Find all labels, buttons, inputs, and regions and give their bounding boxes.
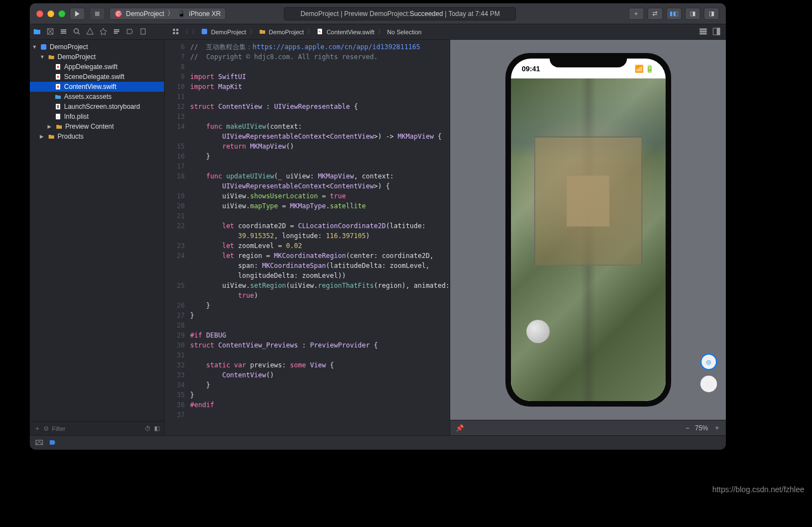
group-name: DemoProject bbox=[57, 53, 96, 61]
storyboard-icon bbox=[54, 103, 62, 110]
svg-rect-11 bbox=[176, 29, 178, 31]
toggle-navigator-button[interactable]: ▮◧ bbox=[666, 8, 682, 20]
add-editor-button[interactable]: ＋ bbox=[629, 8, 644, 20]
disclosure-triangle[interactable]: ▶ bbox=[40, 134, 45, 139]
folder-icon bbox=[259, 28, 266, 36]
project-navigator-tab[interactable] bbox=[33, 28, 41, 36]
satellite-map-view[interactable] bbox=[511, 78, 666, 401]
project-root[interactable]: ▼ DemoProject bbox=[30, 42, 164, 52]
svg-rect-17 bbox=[700, 31, 706, 32]
svg-rect-29 bbox=[57, 105, 59, 108]
debug-bar bbox=[30, 435, 726, 450]
svg-text:i: i bbox=[57, 115, 58, 119]
breakpoint-navigator-tab[interactable] bbox=[126, 28, 134, 36]
folder-icon bbox=[48, 133, 55, 140]
destination-name: iPhone XR bbox=[189, 10, 220, 18]
chevron-right-icon: 〉 bbox=[378, 28, 384, 36]
close-window-button[interactable] bbox=[36, 10, 43, 17]
folder-name: Products bbox=[57, 133, 83, 140]
related-items-icon[interactable] bbox=[172, 28, 179, 36]
jump-item-0[interactable]: DemoProject bbox=[211, 29, 246, 35]
forward-button[interactable]: 〉 bbox=[192, 28, 198, 36]
code-editor[interactable]: 67891011121314 15161718 19202122 2324 25… bbox=[165, 40, 450, 435]
status-time: Today at 7:44 PM bbox=[449, 10, 500, 18]
chevron-right-icon: 〉 bbox=[307, 28, 313, 36]
file-row[interactable]: i Info.plist bbox=[30, 112, 164, 122]
disclosure-triangle[interactable]: ▶ bbox=[48, 124, 53, 129]
run-button[interactable] bbox=[70, 8, 85, 20]
zoom-out-button[interactable]: − bbox=[686, 424, 689, 432]
svg-point-23 bbox=[57, 66, 59, 68]
device-screen[interactable]: 09:41 📶 🔋 bbox=[511, 59, 666, 401]
editor-options-icon[interactable] bbox=[699, 28, 707, 36]
issue-navigator-tab[interactable] bbox=[86, 28, 94, 36]
svg-rect-3 bbox=[61, 31, 66, 32]
source-control-navigator-tab[interactable] bbox=[46, 28, 54, 36]
activity-status[interactable]: DemoProject | Preview DemoProject: Succe… bbox=[284, 7, 516, 20]
toggle-console-button[interactable] bbox=[35, 439, 43, 447]
project-navigator: ▼ DemoProject ▼ DemoProject AppDelegate.… bbox=[30, 40, 165, 435]
project-icon bbox=[201, 28, 208, 36]
status-separator: | bbox=[443, 10, 449, 18]
toggle-debug-button[interactable]: ◨ bbox=[685, 8, 700, 20]
device-indicators: 📶 🔋 bbox=[635, 65, 655, 73]
symbol-navigator-tab[interactable] bbox=[60, 28, 67, 36]
file-row[interactable]: SceneDelegate.swift bbox=[30, 72, 164, 82]
device-notch bbox=[550, 53, 627, 67]
svg-rect-7 bbox=[114, 33, 118, 34]
file-row[interactable]: AppDelegate.swift bbox=[30, 62, 164, 72]
pin-preview-button[interactable]: 📌 bbox=[456, 424, 464, 432]
debug-navigator-tab[interactable] bbox=[113, 28, 120, 36]
folder-row[interactable]: ▶ Preview Content bbox=[30, 122, 164, 131]
jump-item-3[interactable]: No Selection bbox=[387, 29, 421, 35]
zoom-window-button[interactable] bbox=[59, 10, 65, 17]
recent-filter-icon[interactable]: ⏱ bbox=[145, 425, 151, 432]
folder-row[interactable]: ▶ Products bbox=[30, 131, 164, 141]
library-button[interactable]: ⇄ bbox=[647, 8, 663, 20]
zoom-level[interactable]: 75% bbox=[695, 424, 708, 432]
file-row-selected[interactable]: ContentView.swift bbox=[30, 82, 164, 92]
find-navigator-tab[interactable] bbox=[73, 28, 81, 36]
canvas-controls: ◎ ⬚ bbox=[700, 354, 717, 392]
jump-bar[interactable]: 〈 〉 DemoProject 〉 DemoProject 〉 ContentV… bbox=[168, 24, 699, 39]
svg-rect-13 bbox=[176, 32, 178, 34]
canvas-footer: 📌 − 75% ＋ bbox=[450, 420, 726, 435]
jump-item-1[interactable]: DemoProject bbox=[269, 29, 304, 35]
file-row[interactable]: LaunchScreen.storyboard bbox=[30, 102, 164, 112]
zoom-in-button[interactable]: ＋ bbox=[714, 423, 720, 433]
breakpoint-toggle-button[interactable] bbox=[49, 439, 56, 447]
nav-toolbar: 〈 〉 DemoProject 〉 DemoProject 〉 ContentV… bbox=[30, 24, 726, 40]
live-preview-button[interactable]: ◎ bbox=[700, 354, 717, 370]
svg-rect-10 bbox=[173, 29, 175, 31]
disclosure-triangle[interactable]: ▼ bbox=[40, 54, 45, 60]
file-name: LaunchScreen.storyboard bbox=[64, 103, 140, 110]
device-settings-button[interactable]: ⬚ bbox=[700, 376, 717, 392]
scheme-selector[interactable]: 🎯 DemoProject 〉 📱 iPhone XR bbox=[109, 8, 226, 20]
svg-rect-12 bbox=[173, 32, 175, 34]
line-gutter: 67891011121314 15161718 19202122 2324 25… bbox=[165, 40, 190, 435]
svg-point-5 bbox=[74, 29, 78, 33]
chevron-right-icon: 〉 bbox=[167, 9, 174, 18]
back-button[interactable]: 〈 bbox=[182, 28, 188, 36]
stop-button[interactable] bbox=[89, 8, 105, 20]
file-tree[interactable]: ▼ DemoProject ▼ DemoProject AppDelegate.… bbox=[30, 40, 164, 421]
status-prefix: DemoProject | Preview DemoProject: bbox=[300, 10, 410, 18]
swift-file-icon bbox=[54, 63, 62, 71]
report-navigator-tab[interactable] bbox=[139, 28, 147, 36]
disclosure-triangle[interactable]: ▼ bbox=[32, 44, 38, 50]
adjust-editor-icon[interactable] bbox=[713, 28, 720, 36]
svg-rect-0 bbox=[95, 12, 99, 16]
toggle-inspector-button[interactable]: ◨ bbox=[704, 8, 719, 20]
code-content[interactable]: // 互动教程合集：https://apps.apple.com/cn/app/… bbox=[190, 40, 450, 435]
jump-item-2[interactable]: ContentView.swift bbox=[326, 29, 375, 35]
canvas-area[interactable]: 09:41 📶 🔋 ◎ ⬚ bbox=[450, 40, 726, 420]
assets-icon bbox=[54, 93, 62, 101]
file-name: Info.plist bbox=[64, 113, 89, 120]
scm-filter-icon[interactable]: ◧ bbox=[154, 425, 160, 432]
test-navigator-tab[interactable] bbox=[99, 28, 107, 36]
group-folder[interactable]: ▼ DemoProject bbox=[30, 52, 164, 62]
file-row[interactable]: Assets.xcassets bbox=[30, 92, 164, 102]
minimize-window-button[interactable] bbox=[48, 10, 54, 17]
add-button[interactable]: ＋ bbox=[34, 424, 40, 433]
filter-input[interactable] bbox=[52, 425, 141, 432]
